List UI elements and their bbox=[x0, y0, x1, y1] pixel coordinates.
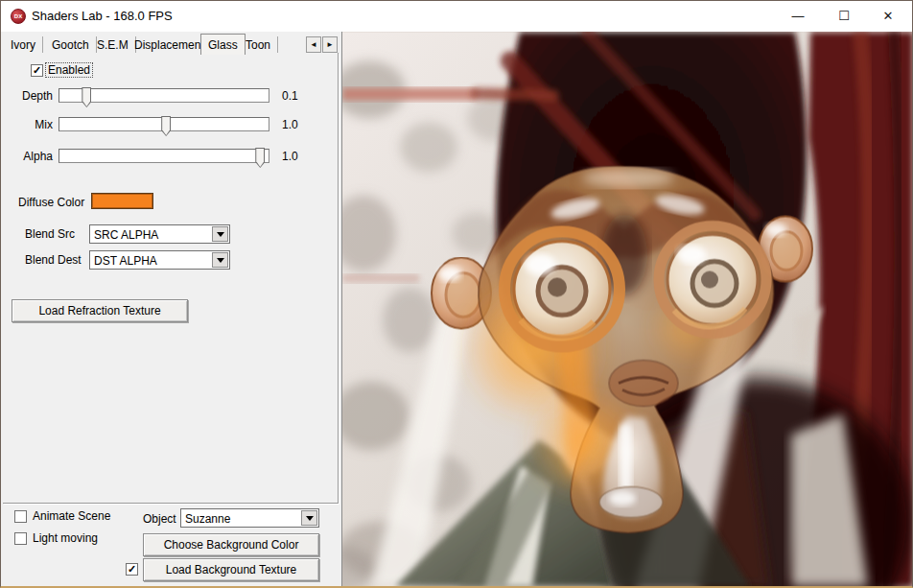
blend-src-combo[interactable]: SRC ALPHA bbox=[89, 224, 230, 244]
scene-controls: Animate Scene Light moving Object Suzann… bbox=[1, 504, 342, 587]
object-value: Suzanne bbox=[185, 512, 230, 526]
diffuse-color-label: Diffuse Color bbox=[18, 196, 84, 209]
controls-panel: Ivory Gootch S.E.M Displacement Glass To… bbox=[1, 32, 342, 587]
enabled-checkbox[interactable] bbox=[31, 64, 43, 77]
glass-tab-page: Enabled Depth 0.1 Mix 1.0 Alpha 1.0 Diff… bbox=[3, 53, 339, 504]
minimize-button[interactable]: — bbox=[776, 1, 820, 31]
alpha-value: 1.0 bbox=[282, 150, 298, 163]
glass-suzanne-render bbox=[342, 32, 913, 587]
tab-strip: Ivory Gootch S.E.M Displacement Glass To… bbox=[1, 34, 339, 54]
light-moving-label[interactable]: Light moving bbox=[33, 531, 98, 545]
animate-scene-checkbox[interactable] bbox=[14, 510, 27, 523]
maximize-button[interactable]: ☐ bbox=[822, 1, 866, 31]
mix-value: 1.0 bbox=[282, 118, 298, 131]
blend-src-value: SRC ALPHA bbox=[94, 228, 158, 242]
blend-dest-label: Blend Dest bbox=[25, 253, 82, 267]
render-viewport[interactable] bbox=[342, 32, 913, 587]
load-background-texture-button[interactable]: Load Background Texture bbox=[143, 558, 319, 581]
blend-src-label: Blend Src bbox=[25, 227, 75, 241]
tab-scroll-left-icon[interactable]: ◄ bbox=[306, 36, 321, 53]
alpha-slider[interactable] bbox=[59, 149, 269, 163]
object-label: Object bbox=[143, 512, 176, 526]
mix-slider-thumb[interactable] bbox=[161, 116, 171, 136]
animate-scene-label[interactable]: Animate Scene bbox=[33, 509, 110, 523]
blend-dest-combo[interactable]: DST ALPHA bbox=[89, 250, 230, 270]
window-title: Shaders Lab - 168.0 FPS bbox=[32, 9, 173, 23]
depth-value: 0.1 bbox=[282, 89, 298, 103]
app-icon: DX bbox=[11, 9, 26, 24]
choose-background-color-button[interactable]: Choose Background Color bbox=[143, 533, 319, 556]
enabled-label[interactable]: Enabled bbox=[46, 63, 92, 77]
tab-ivory[interactable]: Ivory bbox=[4, 36, 43, 54]
tab-displacement[interactable]: Displacement bbox=[128, 36, 212, 54]
app-window: DX Shaders Lab - 168.0 FPS — ☐ ✕ Ivory G… bbox=[0, 0, 913, 588]
tab-scroll-right-icon[interactable]: ► bbox=[322, 36, 338, 53]
blend-src-dropdown-icon[interactable] bbox=[212, 226, 228, 242]
light-moving-checkbox[interactable] bbox=[14, 532, 27, 545]
mix-label: Mix bbox=[16, 118, 53, 131]
depth-slider-thumb[interactable] bbox=[82, 87, 91, 107]
blend-dest-value: DST ALPHA bbox=[94, 254, 157, 268]
object-combo[interactable]: Suzanne bbox=[180, 508, 319, 528]
mix-slider[interactable] bbox=[59, 117, 269, 131]
load-bg-texture-checkbox[interactable] bbox=[126, 563, 138, 576]
tab-glass[interactable]: Glass bbox=[200, 34, 246, 55]
close-button[interactable]: ✕ bbox=[866, 1, 910, 31]
object-dropdown-icon[interactable] bbox=[301, 510, 317, 526]
depth-label: Depth bbox=[16, 89, 53, 103]
alpha-slider-thumb[interactable] bbox=[255, 148, 265, 168]
depth-slider[interactable] bbox=[59, 88, 269, 103]
tab-gootch[interactable]: Gootch bbox=[45, 36, 97, 54]
title-bar[interactable]: DX Shaders Lab - 168.0 FPS — ☐ ✕ bbox=[1, 1, 912, 32]
alpha-label: Alpha bbox=[16, 150, 53, 163]
load-refraction-texture-button[interactable]: Load Refraction Texture bbox=[12, 299, 188, 322]
blend-dest-dropdown-icon[interactable] bbox=[212, 252, 228, 268]
diffuse-color-swatch[interactable] bbox=[91, 193, 153, 209]
